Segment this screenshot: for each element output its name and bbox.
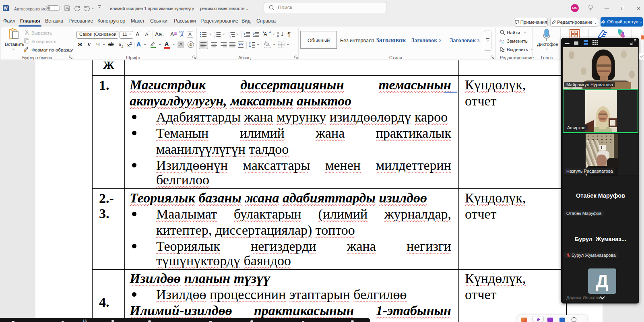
svg-text:3: 3	[230, 35, 231, 37]
svg-text:я: я	[277, 34, 279, 37]
svg-text:b: b	[500, 39, 502, 42]
svg-text:3: 3	[214, 35, 215, 37]
svg-text:c: c	[502, 41, 504, 44]
